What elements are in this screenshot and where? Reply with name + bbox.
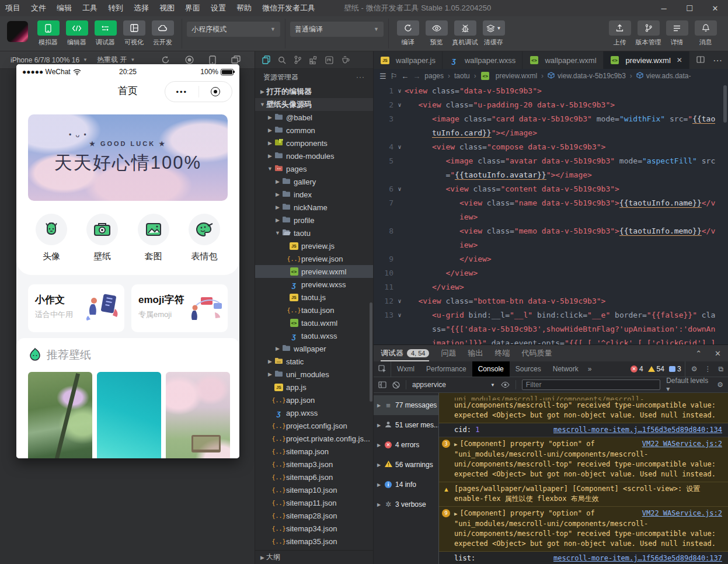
menu-item-文件[interactable]: 文件 — [26, 0, 51, 16]
extensions-icon[interactable] — [309, 56, 318, 64]
close-mini-program-icon[interactable] — [199, 87, 232, 96]
explorer-more-icon[interactable]: ··· — [356, 73, 365, 81]
menu-item-设置[interactable]: 设置 — [205, 0, 231, 16]
split-editor-icon[interactable] — [696, 55, 705, 65]
tree-item-sitemap10.json[interactable]: {..}sitemap10.json — [255, 483, 373, 496]
refresh-icon[interactable] — [397, 20, 419, 36]
stop-icon[interactable] — [185, 55, 194, 65]
tree-item-taotu.wxml[interactable]: <>taotu.wxml — [255, 316, 373, 329]
bell-icon[interactable] — [695, 20, 717, 36]
tree-item-common[interactable]: ▶common — [255, 124, 373, 137]
tree-item-taotu.wxss[interactable]: ʒtaotu.wxss — [255, 329, 373, 342]
tree-item-taotu[interactable]: ▼taotu — [255, 227, 373, 239]
close-icon[interactable]: ✕ — [702, 0, 728, 16]
promo-card-小作文[interactable]: 小作文适合中午用 — [28, 284, 124, 332]
debugger-icon[interactable] — [95, 20, 117, 36]
explorer-scrollbar[interactable] — [370, 302, 372, 402]
tree-item-taotu.js[interactable]: JStaotu.js — [255, 291, 373, 304]
debugger-tab-输出[interactable]: 输出 — [468, 345, 483, 361]
visualization-icon[interactable] — [123, 20, 145, 36]
close-tab-icon[interactable]: ✕ — [677, 56, 682, 64]
breadcrumb-preview.wxml[interactable]: <>preview.wxml — [480, 72, 537, 80]
fold-marker-icon[interactable]: ∨ — [395, 140, 405, 154]
eye-watch-icon[interactable] — [501, 382, 510, 388]
devtools-settings-icon[interactable]: ⚙ — [691, 365, 698, 373]
tree-item-index[interactable]: ▶index — [255, 188, 373, 201]
more-tabs-icon[interactable]: » — [584, 365, 595, 373]
editor-tab-preview.wxml[interactable]: <>preview.wxml✕ — [604, 51, 689, 69]
close-panel-icon[interactable]: ✕ — [715, 349, 721, 358]
feature-壁纸[interactable]: 壁纸 — [83, 214, 121, 262]
wallpaper-thumb-blossom[interactable] — [166, 372, 230, 458]
tree-item-pages[interactable]: ▼pages — [255, 162, 373, 175]
tree-item-sitemap6.json[interactable]: {..}sitemap6.json — [255, 471, 373, 483]
tree-item-sitemap28.json[interactable]: {..}sitemap28.json — [255, 509, 373, 522]
bug-icon[interactable] — [454, 20, 476, 36]
fold-marker-icon[interactable]: ∨ — [395, 294, 405, 308]
code-editor[interactable]: 1∨<view class="data-v-5b19c9b3">2∨<view … — [374, 83, 728, 344]
tree-item-project.config.json[interactable]: {..}project.config.json — [255, 419, 373, 432]
editor-icon[interactable] — [66, 20, 88, 36]
tree-item-gallery[interactable]: ▶gallery — [255, 175, 373, 188]
feature-套图[interactable]: 套图 — [135, 214, 172, 262]
compile-mode-dropdown[interactable]: 普通编译▼ — [290, 22, 384, 37]
tree-item-sitemap35.json[interactable]: {..}sitemap35.json — [255, 535, 373, 548]
log-levels-dropdown[interactable]: Default levels ▾ — [666, 377, 711, 393]
editor-tab-wallpaper.js[interactable]: JSwallpaper.js — [374, 51, 443, 69]
maximize-icon[interactable]: ☐ — [677, 0, 702, 16]
wallpaper-thumb-forest[interactable] — [28, 372, 92, 458]
promo-card-emoji字符[interactable]: emoji字符专属emoji — [131, 284, 228, 332]
source-control-icon[interactable] — [294, 55, 302, 64]
console-filter-input[interactable] — [522, 380, 660, 390]
devtools-tab-Performance[interactable]: Performance — [420, 361, 472, 377]
tree-item-uni_modules[interactable]: ▶uni_modules — [255, 368, 373, 381]
fold-marker-icon[interactable]: ∨ — [395, 84, 405, 98]
tree-item-profile[interactable]: ▶profile — [255, 214, 373, 227]
cloud-icon[interactable] — [152, 20, 174, 36]
console-filter-56 warnings[interactable]: ▶56 warnings — [374, 455, 438, 475]
editor-scrollbar[interactable] — [723, 85, 727, 123]
menu-item-工具[interactable]: 工具 — [77, 0, 103, 16]
upload-icon[interactable] — [609, 20, 631, 36]
tree-item-sitemap3.json[interactable]: {..}sitemap3.json — [255, 458, 373, 471]
tree-item-node-modules[interactable]: ▶node-modules — [255, 149, 373, 162]
mode-dropdown[interactable]: 小程序模式▼ — [187, 22, 280, 37]
forward-arrow-icon[interactable]: → — [413, 72, 420, 81]
breadcrumb-taotu[interactable]: taotu — [454, 72, 470, 80]
editor-tab-wallpaper.wxml[interactable]: <>wallpaper.wxml — [523, 51, 603, 69]
bookmark-icon[interactable]: ⚐ — [391, 72, 398, 81]
expand-arrow-icon[interactable]: ▶ — [454, 441, 457, 447]
feature-表情包[interactable]: 表情包 — [186, 214, 223, 262]
console-filter-3 verbose[interactable]: ▶✲3 verbose — [374, 495, 438, 514]
tree-item-preview.json[interactable]: {..}preview.json — [255, 252, 373, 265]
console-log-message[interactable]: mescroll-more-item.j…1f56d3e5d89d840:134… — [439, 423, 728, 437]
fold-marker-icon[interactable]: ∨ — [395, 182, 405, 196]
minimize-icon[interactable]: ─ — [651, 0, 677, 16]
debugger-tab-终端[interactable]: 终端 — [494, 345, 510, 361]
tree-item-app.json[interactable]: {..}app.json — [255, 394, 373, 406]
console-log-message[interactable]: mescroll-more-item.j…1f56d3e5d89d840:137… — [439, 552, 728, 564]
outline-list-icon[interactable]: ☰ — [379, 72, 386, 81]
console-warning-message[interactable]: ▲[pages/wallpaper/wallpaper] [Component]… — [439, 482, 728, 507]
clear-console-icon[interactable] — [392, 381, 400, 389]
console-settings-icon[interactable]: ⚙ — [717, 381, 723, 389]
fold-marker-icon[interactable]: ∨ — [395, 98, 405, 112]
tree-section-打开的编辑器[interactable]: ▶打开的编辑器 — [255, 85, 373, 98]
debugger-tab-调试器[interactable]: 调试器4, 54 — [381, 345, 429, 361]
menu-item-项目[interactable]: 项目 — [0, 0, 26, 16]
branch-icon[interactable] — [638, 20, 660, 36]
tree-item-wallpaper[interactable]: ▶wallpaper — [255, 342, 373, 355]
search-icon[interactable] — [278, 56, 286, 64]
console-warning-message[interactable]: 9VM22 WAService.js:2▶[Component] propert… — [439, 507, 728, 552]
source-link[interactable]: VM22 WAService.js:2 — [642, 439, 722, 449]
tree-item-sitemap11.json[interactable]: {..}sitemap11.json — [255, 496, 373, 509]
tree-item-app.js[interactable]: JSapp.js — [255, 381, 373, 394]
avatar[interactable] — [7, 21, 28, 42]
menu-item-帮助[interactable]: 帮助 — [231, 0, 257, 16]
devtools-tab-Network[interactable]: Network — [547, 361, 584, 377]
tree-section-壁纸头像源码[interactable]: ▼壁纸头像源码 — [255, 98, 373, 111]
menu-item-编辑[interactable]: 编辑 — [51, 0, 77, 16]
context-dropdown[interactable]: appservice▼ — [412, 381, 495, 389]
tree-item-preview.wxss[interactable]: ʒpreview.wxss — [255, 278, 373, 291]
tree-item-sitemap.json[interactable]: {..}sitemap.json — [255, 445, 373, 458]
